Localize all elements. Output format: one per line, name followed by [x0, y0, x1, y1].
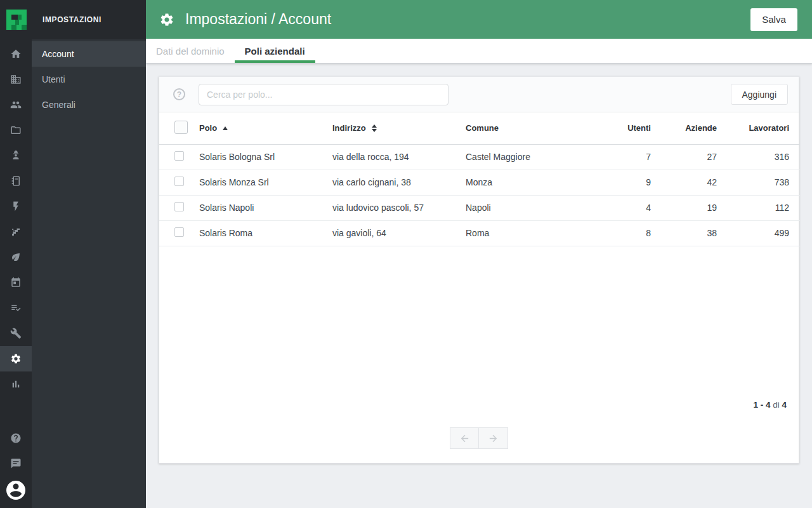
brand-header: IMPOSTAZIONI [0, 0, 146, 39]
submenu-item-account[interactable]: Account [32, 41, 146, 67]
settings-gear-icon [159, 12, 174, 27]
bar-chart-icon [10, 378, 22, 390]
cell-lavoratori: 316 [717, 144, 800, 170]
cell-polo: Solaris Roma [199, 220, 332, 246]
worker-icon [10, 150, 22, 161]
sidebar-item-activities[interactable] [0, 194, 32, 219]
sidebar-item-registry[interactable] [0, 168, 32, 194]
cell-lavoratori: 738 [717, 170, 800, 195]
column-label: Lavoratori [749, 123, 789, 133]
cell-comune: Monza [466, 170, 593, 195]
column-label: Comune [466, 123, 499, 133]
column-header-polo[interactable]: Polo [199, 112, 332, 144]
folder-icon [10, 124, 22, 136]
user-avatar[interactable] [0, 476, 32, 504]
table-row[interactable]: Solaris Napoli via ludovico pascoli, 57 … [159, 195, 800, 220]
poli-table: Polo Indirizzo Comune Utenti Aziende Lav… [159, 112, 800, 246]
sidebar-item-tools[interactable] [0, 321, 32, 346]
cell-indirizzo: via ludovico pascoli, 57 [332, 195, 466, 220]
row-checkbox[interactable] [174, 227, 184, 237]
cell-lavoratori: 112 [717, 195, 800, 220]
sidebar-item-career[interactable] [0, 219, 32, 244]
cell-polo: Solaris Napoli [199, 195, 332, 220]
row-checkbox[interactable] [174, 177, 184, 186]
table-row[interactable]: Solaris Roma via gavioli, 64 Roma 8 38 4… [159, 220, 800, 246]
app-section-label: IMPOSTAZIONI [43, 15, 102, 24]
row-checkbox[interactable] [174, 151, 184, 161]
people-icon [10, 99, 22, 110]
notebook-icon [10, 175, 22, 187]
submenu-item-label: Account [42, 49, 74, 59]
cell-aziende: 19 [651, 195, 717, 220]
save-button[interactable]: Salva [750, 8, 797, 31]
poli-aziendali-card: ? Aggiungi Polo Indirizzo Comune Utenti … [159, 76, 799, 464]
building-icon [10, 74, 22, 85]
cell-comune: Napoli [466, 195, 593, 220]
tab-poli-aziendali[interactable]: Poli aziendali [235, 39, 315, 63]
column-header-comune[interactable]: Comune [466, 112, 593, 144]
lightning-icon [10, 201, 22, 212]
sidebar-item-requests[interactable] [0, 295, 32, 321]
arrow-left-icon [459, 433, 470, 444]
sort-both-icon [372, 124, 377, 132]
leaf-icon [10, 251, 22, 263]
cell-indirizzo: via gavioli, 64 [332, 220, 466, 246]
cell-indirizzo: via della rocca, 194 [332, 144, 466, 170]
sidebar-item-users[interactable] [0, 92, 32, 117]
cell-aziende: 27 [651, 144, 717, 170]
sidebar-item-feedback[interactable] [0, 451, 32, 476]
tab-label: Poli aziendali [245, 46, 305, 57]
sidebar-item-documents[interactable] [0, 117, 32, 143]
help-icon [10, 432, 22, 444]
calendar-icon [10, 277, 22, 288]
column-header-lavoratori[interactable]: Lavoratori [717, 112, 800, 144]
table-header-row: Polo Indirizzo Comune Utenti Aziende Lav… [159, 112, 800, 144]
checklist-icon [10, 302, 22, 314]
column-header-utenti[interactable]: Utenti [593, 112, 651, 144]
sidebar-item-home[interactable] [0, 41, 32, 67]
app-logo-icon[interactable] [6, 10, 27, 30]
avatar-icon [4, 479, 27, 502]
column-header-indirizzo[interactable]: Indirizzo [332, 112, 466, 144]
next-page-button[interactable] [479, 427, 508, 449]
page-title: Impostazioni / Account [185, 11, 331, 28]
sidebar-item-welfare[interactable] [0, 244, 32, 270]
column-label: Polo [199, 123, 217, 133]
home-icon [10, 48, 22, 60]
row-checkbox[interactable] [174, 202, 184, 211]
wrench-icon [10, 328, 22, 339]
tab-label: Dati del dominio [156, 46, 225, 57]
arrow-right-icon [488, 433, 499, 444]
page-header: Impostazioni / Account Salva [146, 0, 812, 39]
search-input[interactable] [199, 84, 449, 105]
add-button[interactable]: Aggiungi [731, 84, 789, 105]
prev-page-button[interactable] [450, 427, 479, 449]
pagination-range: 1 - 4 [753, 400, 770, 410]
pagination-controls [450, 427, 508, 449]
sidebar-item-reports[interactable] [0, 371, 32, 397]
help-circle-icon[interactable]: ? [173, 88, 185, 100]
cell-utenti: 4 [593, 195, 651, 220]
sidebar-item-settings[interactable] [0, 346, 32, 371]
sort-asc-icon [223, 126, 228, 130]
cell-utenti: 7 [593, 144, 651, 170]
stairs-icon [10, 226, 22, 237]
sidebar-item-companies[interactable] [0, 67, 32, 92]
submenu-item-label: Utenti [42, 74, 65, 84]
submenu-item-utenti[interactable]: Utenti [32, 67, 146, 92]
cell-lavoratori: 499 [717, 220, 800, 246]
column-header-aziende[interactable]: Aziende [651, 112, 717, 144]
select-all-checkbox[interactable] [174, 121, 188, 134]
pagination-separator: di [773, 400, 780, 410]
submenu-item-label: Generali [42, 100, 75, 110]
tab-dati-del-dominio[interactable]: Dati del dominio [146, 39, 235, 63]
table-row[interactable]: Solaris Monza Srl via carlo cignani, 38 … [159, 170, 800, 195]
sidebar-item-workers[interactable] [0, 143, 32, 168]
cell-polo: Solaris Bologna Srl [199, 144, 332, 170]
column-label: Aziende [685, 123, 717, 133]
sidebar-item-calendar[interactable] [0, 270, 32, 295]
sidebar-item-help[interactable] [0, 425, 32, 451]
pagination-total: 4 [782, 400, 787, 410]
submenu-item-generali[interactable]: Generali [32, 92, 146, 117]
table-row[interactable]: Solaris Bologna Srl via della rocca, 194… [159, 144, 800, 170]
